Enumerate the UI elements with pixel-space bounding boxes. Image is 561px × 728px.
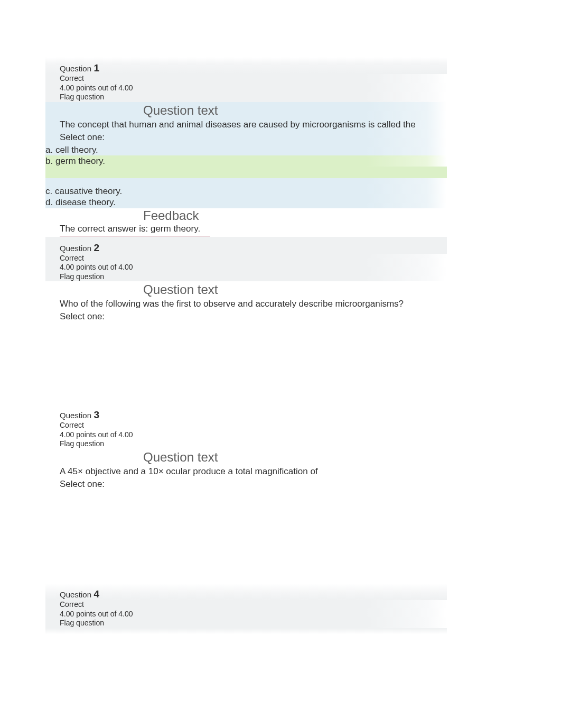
question-header: Question 3 bbox=[45, 409, 447, 421]
question-prompt: A 45× objective and a 10× ocular produce… bbox=[45, 466, 447, 478]
flag-question-link[interactable]: Flag question bbox=[45, 272, 447, 282]
question-text-heading-row: Question text bbox=[45, 281, 447, 298]
question-block-4: Question 4 Correct 4.00 points out of 4.… bbox=[45, 583, 447, 634]
question-points: 4.00 points out of 4.00 bbox=[45, 430, 447, 440]
select-one-label: Select one: bbox=[45, 132, 447, 144]
select-one-label: Select one: bbox=[45, 311, 447, 324]
question-text-heading: Question text bbox=[143, 281, 218, 298]
question-text-heading-row: Question text bbox=[45, 102, 447, 119]
question-label: Question bbox=[60, 411, 91, 420]
question-prompt: The concept that human and animal diseas… bbox=[45, 119, 447, 132]
question-number: 4 bbox=[94, 588, 100, 600]
question-block-2: Question 2 Correct 4.00 points out of 4.… bbox=[45, 237, 447, 324]
question-label: Question bbox=[60, 64, 91, 73]
question-points: 4.00 points out of 4.00 bbox=[45, 610, 447, 619]
question-points: 4.00 points out of 4.00 bbox=[45, 84, 447, 93]
question-prompt: Who of the following was the first to ob… bbox=[45, 298, 447, 311]
question-text-heading-row: Question text bbox=[45, 449, 447, 466]
question-header: Question 4 bbox=[45, 583, 447, 600]
answer-option-d[interactable]: d. disease theory. bbox=[45, 197, 447, 208]
answer-highlight-gap bbox=[45, 167, 447, 178]
flag-question-link[interactable]: Flag question bbox=[45, 93, 447, 102]
question-status: Correct bbox=[45, 600, 447, 610]
question-points: 4.00 points out of 4.00 bbox=[45, 263, 447, 272]
question-label: Question bbox=[60, 244, 91, 253]
content-gap bbox=[45, 324, 447, 409]
fade-gradient bbox=[45, 628, 447, 634]
feedback-text: The correct answer is: germ theory. bbox=[45, 223, 447, 236]
flag-question-link[interactable]: Flag question bbox=[45, 619, 447, 628]
answer-option-b-correct[interactable]: b. germ theory. bbox=[45, 155, 447, 167]
question-text-heading: Question text bbox=[143, 449, 218, 466]
question-label: Question bbox=[60, 590, 91, 599]
flag-question-link[interactable]: Flag question bbox=[45, 439, 447, 449]
question-status: Correct bbox=[45, 74, 447, 84]
question-block-3: Question 3 Correct 4.00 points out of 4.… bbox=[45, 409, 447, 491]
content-gap bbox=[45, 491, 447, 583]
question-text-heading: Question text bbox=[143, 102, 218, 119]
question-header: Question 2 bbox=[45, 237, 447, 254]
question-status: Correct bbox=[45, 254, 447, 263]
question-block-1: Question 1 Correct 4.00 points out of 4.… bbox=[45, 57, 447, 237]
select-one-label: Select one: bbox=[45, 478, 447, 491]
answer-option-c[interactable]: c. causative theory. bbox=[45, 186, 447, 197]
answer-gap bbox=[45, 178, 447, 186]
feedback-heading: Feedback bbox=[45, 208, 447, 223]
question-number: 3 bbox=[94, 409, 100, 420]
question-status: Correct bbox=[45, 421, 447, 430]
answer-option-a[interactable]: a. cell theory. bbox=[45, 144, 447, 155]
question-header: Question 1 bbox=[45, 57, 447, 74]
question-number: 1 bbox=[94, 62, 100, 73]
question-number: 2 bbox=[94, 242, 100, 253]
